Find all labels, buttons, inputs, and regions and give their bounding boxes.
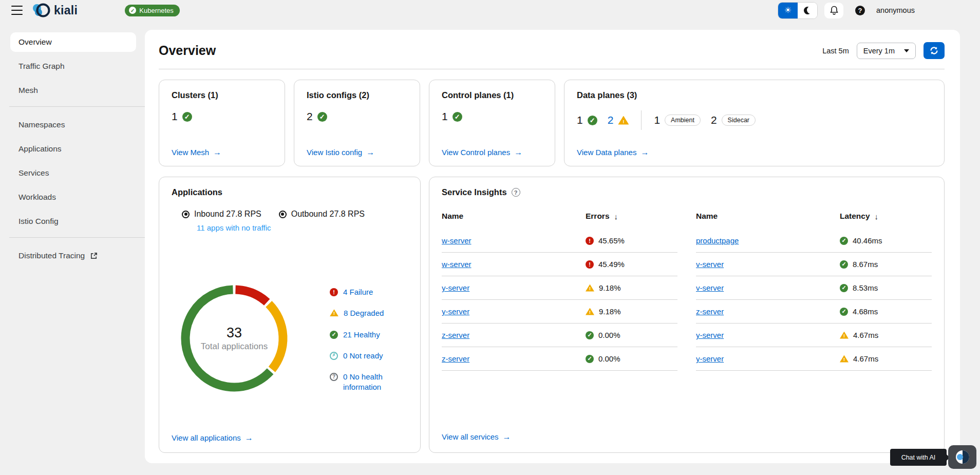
info-question-icon[interactable]: ? — [512, 188, 520, 197]
table-row: y-server 4.67ms — [696, 347, 932, 371]
dark-theme-button[interactable] — [798, 3, 817, 18]
view-data-planes-link[interactable]: View Data planes → — [577, 148, 932, 157]
table-row: y-server 4.67ms — [696, 324, 932, 347]
chevron-down-icon — [904, 49, 909, 52]
data-planes-card: Data planes (3) 1 2 1 Ambient 2 Sidecar — [564, 80, 945, 166]
check-circle-icon — [330, 331, 338, 339]
refresh-interval-select[interactable]: Every 1m — [857, 43, 916, 59]
service-link[interactable]: z-server — [696, 307, 724, 316]
legend-not-ready-link[interactable]: 0 Not ready — [330, 351, 407, 361]
legend-failure-link[interactable]: 4 Failure — [330, 287, 407, 297]
chat-tooltip: Chat with AI — [890, 449, 947, 466]
link-label: View all services — [442, 432, 499, 441]
service-link[interactable]: z-server — [442, 354, 469, 363]
applications-title: Applications — [172, 187, 408, 197]
cluster-count: 1 — [172, 110, 178, 123]
service-link[interactable]: v-server — [696, 260, 724, 269]
refresh-button[interactable] — [924, 42, 945, 59]
hamburger-menu-icon[interactable] — [11, 6, 23, 15]
table-row: productpage 40.46ms — [696, 229, 932, 253]
service-link[interactable]: y-server — [442, 307, 469, 316]
column-header-name: Name — [696, 212, 840, 221]
light-theme-button[interactable]: ☀ — [778, 3, 798, 18]
sidebar-item-label: Traffic Graph — [18, 62, 65, 71]
service-link[interactable]: productpage — [696, 236, 739, 245]
legend-label: 8 Degraded — [344, 308, 384, 318]
service-link[interactable]: w-server — [442, 236, 472, 245]
link-label: View Control planes — [442, 148, 510, 157]
sidebar-item-workloads[interactable]: Workloads — [10, 187, 136, 207]
status-icon — [840, 308, 848, 316]
inbound-rps: Inbound 27.8 RPS — [182, 210, 261, 219]
column-header-label: Latency — [840, 212, 870, 221]
outbound-rps-label: Outbound 27.8 RPS — [291, 210, 365, 219]
moon-icon — [804, 7, 812, 14]
service-insights-card: Service Insights ? Name Errors ↓ w-serve… — [429, 177, 945, 453]
chat-tooltip-label: Chat with AI — [901, 454, 936, 461]
view-istio-config-link[interactable]: View Istio config → — [307, 148, 407, 157]
metric-value: 45.65% — [598, 236, 625, 245]
view-all-applications-link[interactable]: View all applications → — [172, 433, 253, 442]
vertical-divider — [641, 110, 642, 130]
view-mesh-link[interactable]: View Mesh → — [172, 148, 272, 157]
sun-icon: ☀ — [784, 6, 791, 14]
service-link[interactable]: y-server — [696, 354, 724, 363]
status-icon — [586, 237, 594, 245]
cluster-badge: ✓ Kubernetes — [125, 5, 180, 16]
arrow-right-icon: → — [514, 148, 522, 157]
service-link[interactable]: z-server — [442, 331, 469, 339]
notifications-button[interactable] — [824, 3, 843, 18]
card-title: Data planes (3) — [577, 90, 932, 100]
sidebar-item-label: Applications — [18, 144, 62, 154]
donut-chart — [173, 277, 296, 400]
status-icon — [840, 237, 848, 245]
health-legend: 4 Failure 8 Degraded 21 Healthy 0 Not re… — [330, 287, 407, 393]
legend-no-health-link[interactable]: 0 No health information — [330, 372, 407, 393]
applications-donut: 33 Total applications — [173, 277, 296, 400]
card-title: Istio configs (2) — [307, 90, 407, 100]
sidebar-item-distributed-tracing[interactable]: Distributed Tracing — [10, 246, 136, 265]
no-traffic-link[interactable]: 11 apps with no traffic — [197, 223, 271, 232]
check-circle-icon — [317, 112, 327, 122]
exclamation-circle-icon — [330, 288, 338, 296]
service-link[interactable]: w-server — [442, 260, 472, 269]
status-icon — [586, 355, 594, 363]
view-control-planes-link[interactable]: View Control planes → — [442, 148, 542, 157]
legend-degraded-link[interactable]: 8 Degraded — [330, 308, 407, 318]
legend-label: 4 Failure — [343, 287, 373, 297]
dataplane-warning-count[interactable]: 2 — [608, 114, 614, 126]
sidebar-item-namespaces[interactable]: Namespaces — [10, 115, 136, 135]
sidebar-item-services[interactable]: Services — [10, 163, 136, 183]
service-link[interactable]: y-server — [696, 331, 724, 339]
not-ready-icon — [330, 352, 338, 360]
sidecar-pill: Sidecar — [722, 115, 756, 126]
sidebar-item-traffic-graph[interactable]: Traffic Graph — [10, 56, 136, 76]
status-icon — [586, 260, 594, 269]
legend-healthy-link[interactable]: 21 Healthy — [330, 330, 407, 340]
service-link[interactable]: v-server — [696, 283, 724, 292]
view-all-services-link[interactable]: View all services → — [442, 432, 932, 441]
overview-panel: Overview Last 5m Every 1m Clusters (1) — [145, 30, 960, 463]
column-header-label: Errors — [586, 212, 610, 221]
dot-circle-icon — [279, 211, 287, 218]
column-header-errors[interactable]: Errors ↓ — [586, 212, 677, 221]
sidebar-item-label: Distributed Tracing — [18, 251, 85, 260]
metric-value: 9.18% — [599, 307, 621, 316]
column-header-latency[interactable]: Latency ↓ — [840, 212, 932, 221]
warning-triangle-icon — [618, 116, 629, 125]
table-row: z-server 0.00% — [442, 324, 677, 347]
legend-label: 21 Healthy — [343, 330, 380, 340]
chat-with-ai-button[interactable] — [948, 445, 976, 469]
sidebar-item-mesh[interactable]: Mesh — [10, 81, 136, 100]
arrow-right-icon: → — [640, 148, 649, 157]
cluster-badge-label: Kubernetes — [139, 7, 174, 14]
table-row: v-server 8.67ms — [696, 253, 932, 276]
service-link[interactable]: y-server — [442, 283, 469, 292]
status-icon — [840, 355, 849, 363]
metric-value: 9.18% — [599, 283, 621, 292]
help-icon[interactable]: ? — [855, 6, 865, 15]
sidebar-item-istio-config[interactable]: Istio Config — [10, 212, 136, 231]
sidebar-item-applications[interactable]: Applications — [10, 139, 136, 159]
link-label: View Mesh — [172, 148, 209, 157]
sidebar-item-overview[interactable]: Overview — [10, 32, 136, 52]
